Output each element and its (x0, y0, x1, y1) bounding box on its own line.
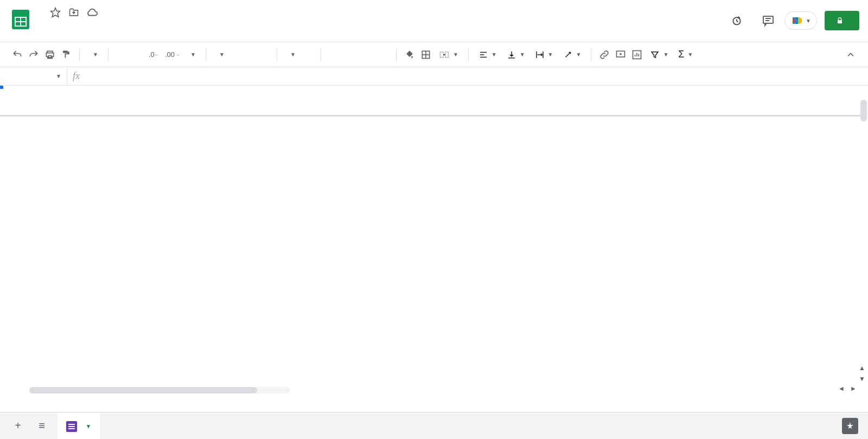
menu-extensions[interactable] (122, 28, 130, 32)
scroll-up-button[interactable]: ▲ (857, 363, 867, 373)
font-select[interactable]: ▼ (212, 51, 271, 57)
chevron-down-icon: ▼ (576, 51, 582, 57)
menu-format[interactable] (86, 28, 94, 32)
star-icon[interactable] (49, 6, 62, 19)
svg-rect-6 (763, 16, 773, 23)
start-timer-button[interactable] (726, 12, 752, 29)
scroll-down-button[interactable]: ▼ (857, 374, 867, 384)
print-button[interactable] (42, 47, 58, 63)
fill-color-button[interactable] (402, 47, 417, 63)
chevron-down-icon: ▼ (806, 18, 811, 24)
chevron-down-icon: ▼ (56, 73, 61, 79)
paint-format-button[interactable] (59, 47, 74, 63)
comments-icon[interactable] (760, 12, 777, 29)
chevron-down-icon: ▼ (290, 51, 296, 57)
horizontal-scrollbar[interactable] (29, 387, 290, 393)
document-title[interactable] (38, 11, 44, 14)
bold-button[interactable] (327, 47, 342, 63)
italic-button[interactable] (343, 47, 358, 63)
comment-button[interactable] (613, 47, 628, 63)
scroll-right-button[interactable]: ► (848, 384, 858, 393)
sheet-tab-bar: + ≡ ▼ (0, 412, 868, 439)
selection-handle[interactable] (0, 86, 3, 89)
vertical-scrollbar[interactable] (860, 100, 867, 121)
add-sheet-button[interactable]: + (10, 418, 26, 434)
toolbar: ▼ .0← .00→ ▼ ▼ ▼ ▼ ▼ ▼ ▼ ▼ ▼ Σ▼ (0, 42, 868, 67)
zoom-select[interactable]: ▼ (85, 51, 103, 57)
chevron-down-icon: ▼ (453, 51, 458, 57)
chevron-down-icon: ▼ (548, 51, 553, 57)
cloud-icon[interactable] (86, 6, 99, 19)
decrease-decimal-button[interactable]: .0← (146, 47, 162, 63)
currency-button[interactable] (114, 47, 129, 63)
redo-button[interactable] (26, 47, 41, 63)
meet-button[interactable]: ▼ (784, 11, 817, 30)
increase-decimal-button[interactable]: .00→ (163, 47, 182, 63)
scroll-left-button[interactable]: ◄ (837, 384, 846, 393)
chevron-down-icon: ▼ (86, 423, 91, 429)
link-button[interactable] (597, 47, 612, 63)
wrap-button[interactable]: ▼ (531, 50, 558, 60)
halign-button[interactable]: ▼ (474, 50, 501, 60)
menu-file[interactable] (38, 28, 47, 32)
percent-button[interactable] (130, 47, 145, 63)
chart-button[interactable] (629, 47, 644, 63)
meet-icon (790, 14, 803, 27)
chevron-down-icon: ▼ (520, 51, 525, 57)
merge-button[interactable]: ▼ (435, 49, 463, 60)
collapse-toolbar-button[interactable] (843, 47, 858, 63)
number-format-select[interactable]: ▼ (183, 51, 200, 57)
undo-button[interactable] (10, 47, 25, 63)
menu-data[interactable] (98, 28, 106, 32)
sheets-logo[interactable] (9, 4, 33, 35)
spreadsheet-grid[interactable]: ◄ ► ▲ ▼ (0, 86, 868, 395)
share-button[interactable] (825, 11, 859, 30)
svg-marker-4 (51, 8, 60, 17)
menu-view[interactable] (62, 28, 71, 32)
explore-button[interactable] (842, 418, 858, 434)
menu-tools[interactable] (110, 28, 118, 32)
chevron-down-icon: ▼ (687, 51, 693, 57)
fx-icon: fx (67, 70, 85, 82)
svg-rect-11 (440, 52, 443, 57)
cell-selection (0, 86, 2, 88)
timer-icon (731, 15, 742, 26)
formula-input[interactable] (85, 67, 868, 85)
borders-button[interactable] (418, 47, 433, 63)
valign-button[interactable]: ▼ (502, 50, 529, 60)
sheet-tab[interactable]: ▼ (58, 413, 100, 439)
rotate-button[interactable]: ▼ (559, 50, 586, 60)
svg-rect-12 (445, 52, 449, 57)
chevron-down-icon: ▼ (190, 51, 196, 57)
name-box[interactable]: ▼ (0, 67, 67, 85)
lock-icon (835, 16, 844, 25)
menu-help[interactable] (133, 28, 142, 32)
filter-button[interactable]: ▼ (646, 50, 673, 60)
frozen-row-divider (0, 115, 861, 117)
form-icon (66, 421, 77, 432)
chevron-down-icon: ▼ (663, 51, 668, 57)
text-color-button[interactable] (375, 47, 391, 63)
chevron-down-icon: ▼ (492, 51, 497, 57)
move-icon[interactable] (67, 6, 80, 19)
fontsize-select[interactable]: ▼ (283, 51, 315, 57)
all-sheets-button[interactable]: ≡ (34, 418, 50, 434)
strike-button[interactable] (359, 47, 374, 63)
chevron-down-icon: ▼ (93, 51, 98, 57)
menu-edit[interactable] (50, 28, 59, 32)
svg-rect-7 (838, 20, 842, 23)
menu-insert[interactable] (74, 28, 82, 32)
functions-button[interactable]: Σ▼ (674, 49, 697, 60)
chevron-down-icon: ▼ (219, 51, 225, 57)
